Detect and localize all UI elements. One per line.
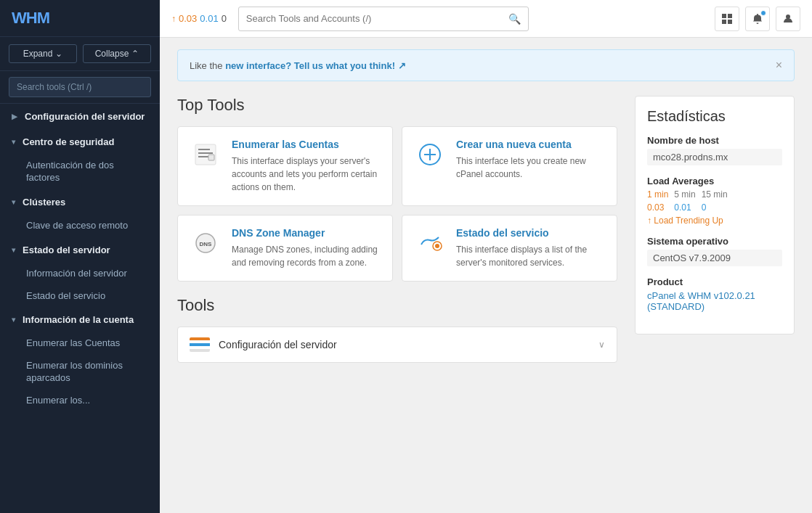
sidebar-item-label: Información de la cuenta	[23, 314, 134, 325]
tool-card-estado[interactable]: Estado del servicio This interface displ…	[402, 215, 617, 282]
collapse-button[interactable]: Collapse ⌃	[83, 44, 151, 63]
os-group: Sistema operativo CentOS v7.9.2009	[647, 236, 782, 266]
search-input[interactable]	[246, 13, 504, 24]
load-min-labels: 1 min 5 min 15 min	[647, 189, 782, 200]
stat-load-15min: 0	[702, 202, 707, 213]
sidebar-subitem-info-servidor[interactable]: Información del servidor	[0, 263, 160, 285]
product-label: Product	[647, 276, 782, 287]
accordion-title: Configuración del servidor	[219, 339, 590, 350]
content-area: Like the new interface? Tell us what you…	[160, 38, 812, 513]
topbar: ↑ 0.03 0.01 0 🔍	[160, 0, 812, 38]
stat-load-5min: 0.01	[674, 202, 691, 213]
svg-rect-8	[198, 156, 208, 157]
sidebar-subitem-estado-servicio[interactable]: Estado del servicio	[0, 285, 160, 308]
chevron-down-icon: ▾	[12, 138, 15, 146]
svg-rect-9	[208, 155, 214, 160]
user-icon	[782, 13, 794, 25]
estado-icon	[414, 227, 446, 259]
os-value: CentOS v7.9.2009	[647, 250, 782, 266]
svg-point-16	[435, 244, 439, 248]
product-value: cPanel & WHM v102.0.21 (STANDARD)	[647, 290, 782, 312]
crear-icon	[414, 139, 446, 171]
svg-text:DNS: DNS	[200, 241, 213, 247]
sidebar-subitem-2fa[interactable]: Autenticación de dos factores	[0, 155, 160, 189]
sidebar-item-configuracion[interactable]: ▶ Configuración del servidor	[0, 104, 160, 129]
tool-card-dns[interactable]: DNS DNS Zone Manager Manage DNS zones, i…	[177, 215, 393, 282]
main-panel: ↑ 0.03 0.01 0 🔍	[160, 0, 812, 513]
sidebar-nav: ▶ Configuración del servidor ▾ Centro de…	[0, 104, 160, 412]
collapse-label: Collapse	[95, 49, 129, 59]
grid-view-button[interactable]	[715, 7, 739, 31]
search-bar[interactable]: 🔍	[238, 7, 529, 31]
chevron-down-icon: ▾	[12, 246, 15, 254]
expand-label: Expand	[23, 49, 53, 59]
sidebar-subitem-dominios-aparcados[interactable]: Enumerar los dominios aparcados	[0, 355, 160, 390]
grid-icon	[721, 13, 733, 25]
load-averages-group: Load Averages 1 min 5 min 15 min 0.03 0.…	[647, 176, 782, 226]
whm-logo-text: WHM	[12, 9, 148, 28]
sidebar-item-estado-servidor[interactable]: ▾ Estado del servidor	[0, 237, 160, 263]
tools-accordion: Configuración del servidor ∨	[177, 327, 617, 363]
bottom-tools: Tools Configuración del servidor ∨	[177, 296, 617, 363]
chevron-down-icon: ▾	[12, 198, 15, 206]
hostname-group: Nombre de host mco28.prodns.mx	[647, 135, 782, 165]
sidebar-search-input[interactable]	[9, 77, 151, 97]
tools-title: Tools	[177, 296, 617, 315]
banner-text: Like the new interface? Tell us what you…	[190, 60, 406, 71]
load-1min: 0.03	[179, 13, 197, 24]
load-5min-label: 5 min	[674, 189, 695, 200]
chevron-right-icon: ▶	[12, 112, 17, 120]
dns-desc: Manage DNS zones, including adding and r…	[232, 243, 381, 269]
sidebar-subitem-enumerar-otros[interactable]: Enumerar los...	[0, 390, 160, 412]
top-tools-title: Top Tools	[177, 96, 617, 115]
svg-rect-0	[722, 14, 726, 18]
accordion-chevron-icon: ∨	[598, 340, 605, 350]
tool-card-crear[interactable]: Crear una nueva cuenta This interface le…	[402, 126, 617, 206]
product-group: Product cPanel & WHM v102.0.21 (STANDARD…	[647, 276, 782, 312]
load-trend-text: ↑ Load Trending Up	[647, 216, 782, 226]
accordion-configuracion[interactable]: Configuración del servidor ∨	[178, 327, 617, 362]
load-15min: 0	[222, 13, 227, 24]
sidebar-item-label: Clústeres	[23, 197, 65, 208]
crear-title[interactable]: Crear una nueva cuenta	[456, 139, 605, 150]
configuracion-accordion-icon	[190, 337, 210, 352]
sidebar-buttons: Expand ⌄ Collapse ⌃	[0, 37, 160, 71]
dns-title[interactable]: DNS Zone Manager	[232, 227, 381, 239]
load-averages-label: Load Averages	[647, 176, 782, 186]
dns-content: DNS Zone Manager Manage DNS zones, inclu…	[232, 227, 381, 269]
expand-button[interactable]: Expand ⌄	[9, 44, 77, 63]
sidebar-subitem-clave[interactable]: Clave de acceso remoto	[0, 215, 160, 237]
banner-close-button[interactable]: ×	[776, 59, 782, 72]
os-label: Sistema operativo	[647, 236, 782, 247]
notifications-button[interactable]	[745, 7, 770, 31]
user-button[interactable]	[776, 7, 800, 31]
svg-rect-7	[198, 152, 213, 154]
expand-icon: ⌄	[55, 49, 62, 59]
sidebar-subitem-enumerar-cuentas[interactable]: Enumerar las Cuentas	[0, 332, 160, 355]
tools-grid: Enumerar las Cuentas This interface disp…	[177, 126, 617, 282]
load-numbers: 0.03 0.01 0	[647, 202, 782, 213]
main-content-row: Top Tools	[177, 96, 795, 363]
stats-section: Estadísticas Nombre de host mco28.prodns…	[635, 96, 795, 335]
sidebar-item-seguridad[interactable]: ▾ Centro de seguridad	[0, 129, 160, 155]
sidebar-search-container	[0, 71, 160, 104]
stats-title: Estadísticas	[647, 108, 782, 125]
notification-badge	[760, 10, 766, 16]
enumerar-title[interactable]: Enumerar las Cuentas	[232, 139, 381, 150]
tool-card-enumerar[interactable]: Enumerar las Cuentas This interface disp…	[177, 126, 393, 206]
collapse-icon: ⌃	[131, 49, 139, 59]
sidebar-item-info-cuenta[interactable]: ▾ Información de la cuenta	[0, 307, 160, 332]
load-5min: 0.01	[200, 13, 218, 24]
svg-rect-2	[722, 20, 726, 24]
dns-icon: DNS	[190, 227, 222, 259]
estado-title[interactable]: Estado del servicio	[456, 227, 605, 239]
banner-new-interface-link[interactable]: new interface?	[225, 60, 291, 71]
new-interface-banner: Like the new interface? Tell us what you…	[177, 49, 795, 81]
banner-cta-link[interactable]: Tell us what you think! ↗	[294, 60, 406, 71]
estado-content: Estado del servicio This interface displ…	[456, 227, 605, 269]
sidebar-item-label: Centro de seguridad	[23, 136, 114, 147]
enumerar-desc: This interface displays your server's ac…	[232, 155, 381, 194]
crear-content: Crear una nueva cuenta This interface le…	[456, 139, 605, 194]
hostname-label: Nombre de host	[647, 135, 782, 146]
sidebar-item-clusteres[interactable]: ▾ Clústeres	[0, 189, 160, 215]
